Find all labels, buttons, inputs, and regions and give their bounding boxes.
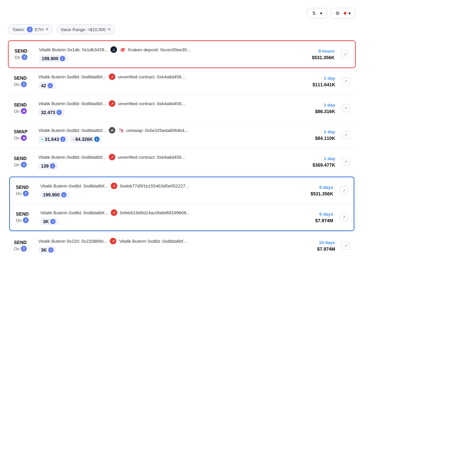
table-row: SENDOnΞVitalik Buterin 0xd8d: 0xd8da6bf.… — [8, 68, 356, 95]
tx-from-address: Vitalik Buterin 0x1db: 0x1db3439... — [39, 47, 108, 52]
external-link-icon[interactable]: ↗ — [341, 50, 349, 58]
token-filter[interactable]: Token: Ξ ETH ✕ — [8, 24, 53, 34]
tx-value: $7.974M — [317, 246, 335, 252]
polygon-chain-icon: ◈ — [21, 108, 27, 114]
tx-on-label: On — [14, 246, 20, 251]
tx-to-address: unverified contract: 0xb4a8d456... — [118, 74, 185, 79]
tx-addresses: Vitalik Buterin 0xd8d: 0xd8da6bf...↗0xfe… — [40, 209, 292, 216]
external-link-icon[interactable]: ↗ — [342, 131, 350, 139]
eth-chain-icon: Ξ — [23, 190, 29, 196]
tx-time: 1 day — [324, 103, 335, 107]
tx-amount-out: -84.326K$ — [70, 136, 102, 143]
tx-value: $84.110K — [315, 136, 335, 141]
arrow-icon: ↗ — [111, 183, 117, 189]
tx-amount-box: 32.473Ξ — [38, 109, 64, 116]
tx-to-address: uniswap: 0x5e325eda8064b4... — [126, 128, 188, 133]
eth-token-icon: Ξ — [57, 110, 62, 115]
tx-details-col: Vitalik Buterin 0xd8d: 0xd8da6bf...↗0xeb… — [40, 183, 292, 198]
tx-time: 10 days — [319, 240, 335, 245]
tx-addresses: Vitalik Buterin 0xd8d: 0xd8da6bf...↗unve… — [38, 154, 294, 160]
highlighted-group-blue: SENDOnΞVitalik Buterin 0xd8d: 0xd8da6bf.… — [9, 177, 354, 231]
tx-details-col: Vitalik Buterin 0x220: 0x220866b...↗Vita… — [38, 238, 294, 254]
external-link-icon[interactable]: ↗ — [342, 104, 350, 112]
tx-addresses: Vitalik Buterin 0x220: 0x220866b...↗Vita… — [38, 238, 294, 244]
highlighted-tx-red: SENDOnΞVitalik Buterin 0x1db: 0x1db3439.… — [8, 40, 356, 68]
tx-to-address: Vitalik Buterin 0xd8d: 0xd8da6bf... — [119, 239, 187, 244]
eth-token-icon: Ξ — [60, 137, 65, 142]
tx-details-col: Vitalik Buterin 0xd8d: 0xd8da6bf...↗0xfe… — [40, 209, 292, 225]
tx-type-col: SENDOnΞ — [16, 211, 36, 224]
value-range-filter[interactable]: Value Range: >$10,000 ✕ — [56, 24, 115, 34]
tx-value: $111.641K — [312, 82, 335, 87]
tx-type-label: SEND — [14, 75, 34, 81]
tx-details-col: Vitalik Buterin 0xd8d: 0xd8da6bf...↗unve… — [38, 73, 294, 89]
token-label: Token: — [12, 27, 25, 32]
external-link-icon[interactable]: ↗ — [342, 242, 350, 250]
tx-type-label: SEND — [14, 240, 34, 245]
tx-on-label: On — [14, 82, 20, 87]
eth-chain-icon: Ξ — [21, 246, 27, 252]
tx-from-address: Vitalik Buterin 0xd8d: 0xd8da6bf... — [38, 101, 106, 106]
sort-chevron-icon: ▾ — [320, 11, 322, 16]
tx-to-address: unverified contract: 0xb4a8d456... — [118, 101, 185, 106]
tx-time: 6 days — [319, 212, 333, 217]
tx-value: $86.316K — [315, 109, 335, 114]
tx-amount-value: 32.473 — [41, 110, 55, 115]
tx-from-address: Vitalik Buterin 0x220: 0x220866b... — [38, 239, 107, 244]
tx-amount-box: 199.900Ξ — [40, 191, 69, 198]
tx-amount-value: 139 — [41, 163, 49, 169]
filter-bar: Token: Ξ ETH ✕ Value Range: >$10,000 ✕ — [8, 24, 356, 34]
tx-to-address: 0xebb77d5f1b155463d5e052227... — [120, 184, 189, 188]
tx-amount-in: +31.643Ξ — [38, 136, 68, 143]
eth-token-icon: Ξ — [60, 56, 65, 61]
filter-button[interactable]: ⚙ ▾ — [331, 8, 356, 19]
tx-type-label: SEND — [16, 211, 36, 217]
sort-button[interactable]: ⇅ ▾ — [307, 8, 327, 19]
filter-icon: ⚙ — [336, 11, 340, 16]
tx-from-address: Vitalik Buterin 0xd8d: 0xd8da6bf... — [38, 128, 106, 133]
value-range-filter-close[interactable]: ✕ — [107, 27, 111, 32]
tx-meta-col: 1 day$369.477K — [299, 156, 335, 168]
tx-details-col: Vitalik Buterin 0x1db: 0x1db3439...⚓🐙Kra… — [39, 46, 294, 62]
table-row: SENDOn◈Vitalik Buterin 0xd8d: 0xd8da6bf.… — [8, 95, 356, 122]
eth-token-icon: Ξ — [50, 163, 55, 169]
external-link-icon[interactable]: ↗ — [342, 158, 350, 166]
tx-from-address: Vitalik Buterin 0xd8d: 0xd8da6bf... — [40, 210, 108, 215]
send-arrow-icon: ↗ — [109, 154, 115, 160]
tx-value: $531.356K — [312, 55, 335, 60]
tx-from-address: Vitalik Buterin 0xd8d: 0xd8da6bf... — [40, 184, 108, 188]
tx-type-label: SEND — [14, 156, 34, 161]
tx-amount-row: 139Ξ — [38, 162, 294, 170]
send-arrow-icon: ↗ — [110, 238, 116, 244]
eth-token-icon: Ξ — [48, 83, 53, 88]
tx-time: 9 hours — [318, 49, 335, 54]
tx-type-col: SENDOnΞ — [14, 156, 34, 168]
tx-from-address: Vitalik Buterin 0xd8d: 0xd8da6bf... — [38, 155, 106, 160]
tx-amount-row: 32.473Ξ — [38, 109, 294, 116]
external-link-icon[interactable]: ↗ — [340, 213, 348, 221]
tx-type-col: SENDOnΞ — [16, 185, 36, 197]
sort-icon: ⇅ — [312, 11, 316, 16]
external-link-icon[interactable]: ↗ — [340, 187, 348, 194]
tx-amount-box: 42Ξ — [38, 82, 56, 89]
tx-amount-value: 3K — [43, 219, 49, 224]
tx-time: 1 day — [324, 76, 335, 81]
filter-active-dot — [344, 12, 346, 15]
eth-token-icon: Ξ — [50, 219, 56, 224]
tx-type-label: SEND — [16, 185, 36, 190]
tx-type-label: SEND — [14, 102, 34, 108]
tx-on-label: On — [16, 218, 21, 223]
token-filter-close[interactable]: ✕ — [45, 27, 49, 32]
tx-type-col: SENDOnΞ — [14, 240, 34, 252]
tx-value: $7.974M — [315, 218, 333, 223]
tx-type-label: SWAP — [14, 129, 34, 135]
tx-details-col: Vitalik Buterin 0xd8d: 0xd8da6bf...↗unve… — [38, 154, 294, 170]
tx-amount-value: 199.900 — [43, 192, 60, 197]
table-row: SENDOnΞVitalik Buterin 0xd8d: 0xd8da6bf.… — [8, 148, 356, 175]
external-link-icon[interactable]: ↗ — [342, 77, 350, 85]
table-row: SENDOnΞVitalik Buterin 0x1db: 0x1db3439.… — [9, 41, 355, 67]
tx-amount-box: 199.900Ξ — [39, 55, 68, 62]
polygon-chain-icon: ◈ — [21, 135, 27, 141]
tx-meta-col: 9 hours$531.356K — [298, 49, 335, 60]
tx-type-col: SWAPOn◈ — [14, 129, 34, 141]
